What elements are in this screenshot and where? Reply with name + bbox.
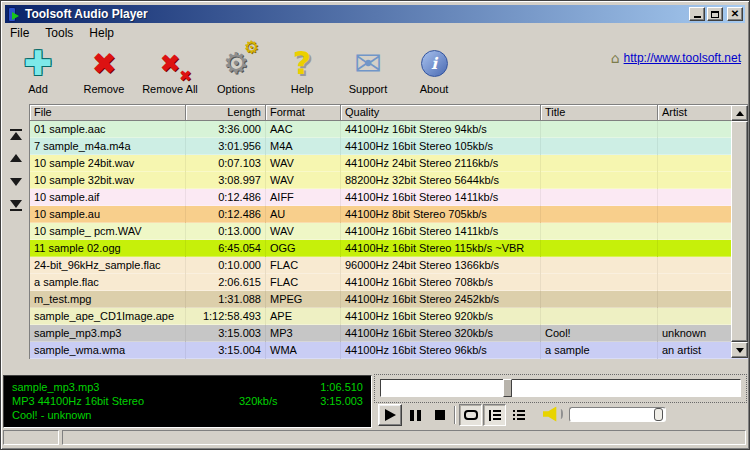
scroll-down-button[interactable] — [731, 342, 748, 358]
table-row[interactable]: 01 sample.aac3:36.000AAC44100Hz 16bit St… — [30, 121, 748, 138]
minimize-icon — [694, 16, 701, 18]
support-button[interactable]: ✉ Support — [339, 45, 397, 95]
playlist-table: File Length Format Quality Title Artist … — [29, 104, 749, 359]
move-to-bottom-button[interactable] — [6, 198, 26, 214]
cell-title — [541, 206, 658, 223]
row-move-gutter — [3, 104, 29, 359]
menu-file[interactable]: File — [6, 25, 37, 41]
playlist-order-toggle[interactable] — [483, 404, 506, 426]
seek-groove[interactable] — [380, 379, 741, 397]
scrollbar-thumb[interactable] — [731, 121, 748, 342]
cell-title — [541, 121, 658, 138]
column-header-file[interactable]: File — [30, 105, 186, 121]
cell-title — [541, 291, 658, 308]
statusbar-left-panel — [3, 430, 59, 445]
move-down-button[interactable] — [6, 174, 26, 190]
playlist-body: 01 sample.aac3:36.000AAC44100Hz 16bit St… — [30, 121, 748, 359]
cell-title — [541, 274, 658, 291]
stop-icon — [435, 410, 445, 420]
column-header-quality[interactable]: Quality — [341, 105, 541, 121]
pause-button[interactable] — [404, 404, 427, 426]
table-row[interactable]: 10 sample.aif0:12.486AIFF44100Hz 16bit S… — [30, 189, 748, 206]
toolbar: ✚ Add ✖ Remove ✖✖ Remove All ⚙⚙ Options … — [9, 45, 463, 101]
cell-length: 1:31.088 — [186, 291, 266, 308]
volume-slider[interactable] — [569, 407, 666, 422]
menu-tools[interactable]: Tools — [41, 25, 81, 41]
volume-thumb[interactable] — [654, 408, 663, 421]
options-button[interactable]: ⚙⚙ Options — [207, 45, 265, 95]
table-row[interactable]: sample_ape_CD1Image.ape1:12:58.493APE441… — [30, 308, 748, 325]
play-icon — [385, 409, 396, 421]
window-title: Toolsoft Audio Player — [25, 5, 148, 23]
help-button[interactable]: ? Help — [273, 45, 331, 95]
table-row[interactable]: sample_mp3.mp33:15.003MP344100Hz 16bit S… — [30, 325, 748, 342]
lcd-bitrate: 320kb/s — [239, 395, 278, 407]
about-label: About — [420, 83, 449, 95]
cell-file: sample_ape_CD1Image.ape — [30, 308, 186, 325]
cell-file: sample_wma.wma — [30, 342, 186, 359]
cell-title — [541, 223, 658, 240]
cell-format: MPEG — [266, 291, 341, 308]
double-red-x-icon: ✖✖ — [160, 45, 181, 81]
plus-icon: ✚ — [24, 45, 53, 81]
repeat-icon — [464, 410, 478, 420]
minimize-button[interactable] — [689, 7, 705, 21]
table-row[interactable]: 10 sample_ pcm.WAV0:13.000WAV44100Hz 16b… — [30, 223, 748, 240]
cell-format: APE — [266, 308, 341, 325]
website-link[interactable]: ⌂ http://www.toolsoft.net — [611, 50, 741, 66]
repeat-toggle[interactable] — [459, 404, 482, 426]
cell-title — [541, 308, 658, 325]
menu-help[interactable]: Help — [85, 25, 122, 41]
app-window: Toolsoft Audio Player ✕ File Tools Help … — [0, 0, 750, 450]
remove-button[interactable]: ✖ Remove — [75, 45, 133, 95]
question-mark-icon: ? — [293, 45, 312, 81]
cell-file: 10 sample.au — [30, 206, 186, 223]
cell-title — [541, 172, 658, 189]
cell-title — [541, 189, 658, 206]
cell-length: 0:07.103 — [186, 155, 266, 172]
column-header-length[interactable]: Length — [186, 105, 266, 121]
table-row[interactable]: 10 sample 24bit.wav0:07.103WAV44100Hz 24… — [30, 155, 748, 172]
column-header-format[interactable]: Format — [266, 105, 341, 121]
table-row[interactable]: 10 sample.au0:12.486AU44100Hz 8bit Stere… — [30, 206, 748, 223]
close-button[interactable]: ✕ — [727, 7, 743, 21]
stop-button[interactable] — [428, 404, 451, 426]
table-row[interactable]: 24-bit_96kHz_sample.flac0:10.000FLAC9600… — [30, 257, 748, 274]
playlist-view-button[interactable] — [507, 404, 530, 426]
speaker-icon — [543, 405, 567, 423]
cell-length: 3:36.000 — [186, 121, 266, 138]
move-to-top-button[interactable] — [6, 126, 26, 142]
table-row[interactable]: a sample.flac2:06.615FLAC44100Hz 16bit S… — [30, 274, 748, 291]
seek-thumb[interactable] — [503, 379, 512, 397]
cell-file: 10 sample 32bit.wav — [30, 172, 186, 189]
pause-icon — [410, 410, 421, 421]
home-icon: ⌂ — [611, 50, 620, 66]
cell-title: Cool! — [541, 325, 658, 342]
cell-format: AIFF — [266, 189, 341, 206]
move-up-button[interactable] — [6, 150, 26, 166]
remove-all-button[interactable]: ✖✖ Remove All — [141, 45, 199, 95]
table-row[interactable]: m_test.mpg1:31.088MPEG44100Hz 16bit Ster… — [30, 291, 748, 308]
add-button[interactable]: ✚ Add — [9, 45, 67, 95]
table-row[interactable]: 10 sample 32bit.wav3:08.997WAV88200Hz 32… — [30, 172, 748, 189]
cell-length: 3:15.003 — [186, 325, 266, 342]
table-row[interactable]: sample_wma.wma3:15.004WMA44100Hz 16bit S… — [30, 342, 748, 359]
cell-length: 2:06.615 — [186, 274, 266, 291]
column-header-title[interactable]: Title — [541, 105, 658, 121]
list-icon — [489, 410, 501, 421]
cell-format: WAV — [266, 155, 341, 172]
scroll-up-button[interactable] — [731, 105, 748, 121]
about-button[interactable]: i About — [405, 45, 463, 95]
envelope-icon: ✉ — [354, 45, 382, 81]
move-down-icon — [10, 178, 22, 186]
cell-file: 11 sample 02.ogg — [30, 240, 186, 257]
seek-slider[interactable] — [374, 374, 747, 403]
cell-file: 01 sample.aac — [30, 121, 186, 138]
scrollbar[interactable] — [731, 105, 748, 358]
play-button[interactable] — [378, 404, 402, 426]
table-row[interactable]: 7 sample_m4a.m4a3:01.956M4A44100Hz 16bit… — [30, 138, 748, 155]
maximize-button[interactable] — [707, 7, 723, 21]
cell-format: WAV — [266, 172, 341, 189]
titlebar[interactable]: Toolsoft Audio Player ✕ — [5, 5, 745, 23]
table-row[interactable]: 11 sample 02.ogg6:45.054OGG44100Hz 16bit… — [30, 240, 748, 257]
